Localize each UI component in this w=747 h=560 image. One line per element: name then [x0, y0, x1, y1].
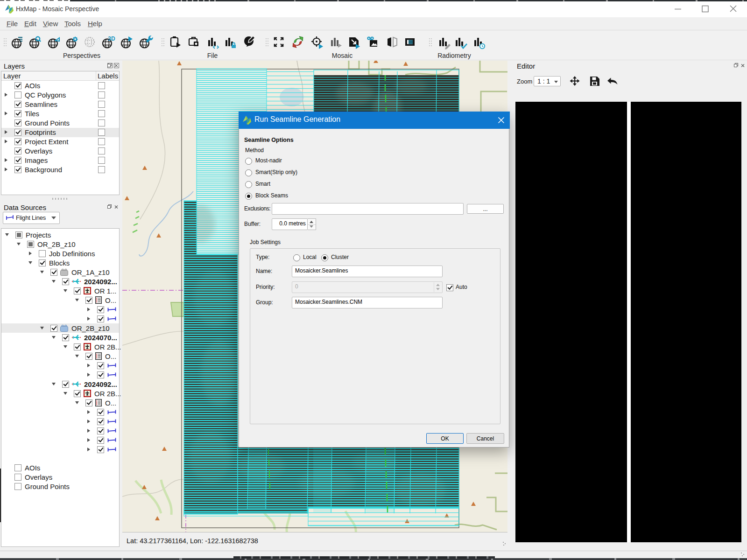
- svg-text:3D: 3D: [108, 35, 115, 42]
